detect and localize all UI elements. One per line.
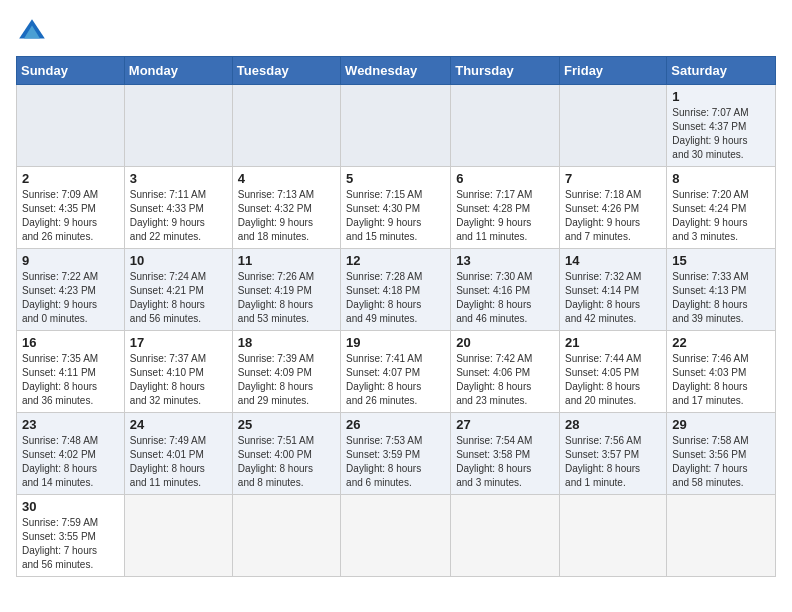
calendar-cell-2-5: 14Sunrise: 7:32 AMSunset: 4:14 PMDayligh… xyxy=(560,249,667,331)
header-friday: Friday xyxy=(560,57,667,85)
day-info: Sunrise: 7:33 AMSunset: 4:13 PMDaylight:… xyxy=(672,270,770,326)
day-info: Sunrise: 7:15 AMSunset: 4:30 PMDaylight:… xyxy=(346,188,445,244)
day-info: Sunrise: 7:41 AMSunset: 4:07 PMDaylight:… xyxy=(346,352,445,408)
day-info: Sunrise: 7:22 AMSunset: 4:23 PMDaylight:… xyxy=(22,270,119,326)
day-number: 12 xyxy=(346,253,445,268)
header-tuesday: Tuesday xyxy=(232,57,340,85)
day-number: 21 xyxy=(565,335,661,350)
day-number: 9 xyxy=(22,253,119,268)
day-number: 15 xyxy=(672,253,770,268)
day-info: Sunrise: 7:51 AMSunset: 4:00 PMDaylight:… xyxy=(238,434,335,490)
day-number: 18 xyxy=(238,335,335,350)
calendar-week-5: 30Sunrise: 7:59 AMSunset: 3:55 PMDayligh… xyxy=(17,495,776,577)
header-saturday: Saturday xyxy=(667,57,776,85)
day-number: 5 xyxy=(346,171,445,186)
calendar-cell-0-6: 1Sunrise: 7:07 AMSunset: 4:37 PMDaylight… xyxy=(667,85,776,167)
day-number: 16 xyxy=(22,335,119,350)
calendar-cell-5-5 xyxy=(560,495,667,577)
calendar-cell-5-4 xyxy=(451,495,560,577)
day-info: Sunrise: 7:17 AMSunset: 4:28 PMDaylight:… xyxy=(456,188,554,244)
calendar-cell-1-0: 2Sunrise: 7:09 AMSunset: 4:35 PMDaylight… xyxy=(17,167,125,249)
calendar-cell-5-2 xyxy=(232,495,340,577)
day-info: Sunrise: 7:09 AMSunset: 4:35 PMDaylight:… xyxy=(22,188,119,244)
calendar-cell-1-1: 3Sunrise: 7:11 AMSunset: 4:33 PMDaylight… xyxy=(124,167,232,249)
day-number: 10 xyxy=(130,253,227,268)
day-number: 28 xyxy=(565,417,661,432)
day-info: Sunrise: 7:56 AMSunset: 3:57 PMDaylight:… xyxy=(565,434,661,490)
calendar-cell-0-4 xyxy=(451,85,560,167)
calendar-cell-4-3: 26Sunrise: 7:53 AMSunset: 3:59 PMDayligh… xyxy=(341,413,451,495)
day-number: 22 xyxy=(672,335,770,350)
day-number: 1 xyxy=(672,89,770,104)
day-info: Sunrise: 7:32 AMSunset: 4:14 PMDaylight:… xyxy=(565,270,661,326)
calendar-week-3: 16Sunrise: 7:35 AMSunset: 4:11 PMDayligh… xyxy=(17,331,776,413)
day-info: Sunrise: 7:20 AMSunset: 4:24 PMDaylight:… xyxy=(672,188,770,244)
day-info: Sunrise: 7:26 AMSunset: 4:19 PMDaylight:… xyxy=(238,270,335,326)
day-number: 8 xyxy=(672,171,770,186)
day-info: Sunrise: 7:07 AMSunset: 4:37 PMDaylight:… xyxy=(672,106,770,162)
calendar-cell-4-6: 29Sunrise: 7:58 AMSunset: 3:56 PMDayligh… xyxy=(667,413,776,495)
calendar-week-0: 1Sunrise: 7:07 AMSunset: 4:37 PMDaylight… xyxy=(17,85,776,167)
day-number: 4 xyxy=(238,171,335,186)
day-number: 6 xyxy=(456,171,554,186)
calendar-cell-3-1: 17Sunrise: 7:37 AMSunset: 4:10 PMDayligh… xyxy=(124,331,232,413)
calendar-cell-2-6: 15Sunrise: 7:33 AMSunset: 4:13 PMDayligh… xyxy=(667,249,776,331)
calendar-cell-5-1 xyxy=(124,495,232,577)
calendar-cell-1-2: 4Sunrise: 7:13 AMSunset: 4:32 PMDaylight… xyxy=(232,167,340,249)
day-info: Sunrise: 7:54 AMSunset: 3:58 PMDaylight:… xyxy=(456,434,554,490)
calendar-cell-5-6 xyxy=(667,495,776,577)
header-monday: Monday xyxy=(124,57,232,85)
logo xyxy=(16,16,52,48)
calendar-cell-2-4: 13Sunrise: 7:30 AMSunset: 4:16 PMDayligh… xyxy=(451,249,560,331)
calendar-header-row: SundayMondayTuesdayWednesdayThursdayFrid… xyxy=(17,57,776,85)
day-info: Sunrise: 7:53 AMSunset: 3:59 PMDaylight:… xyxy=(346,434,445,490)
day-info: Sunrise: 7:46 AMSunset: 4:03 PMDaylight:… xyxy=(672,352,770,408)
day-info: Sunrise: 7:37 AMSunset: 4:10 PMDaylight:… xyxy=(130,352,227,408)
day-number: 25 xyxy=(238,417,335,432)
day-info: Sunrise: 7:30 AMSunset: 4:16 PMDaylight:… xyxy=(456,270,554,326)
page-header xyxy=(16,16,776,48)
calendar-cell-0-1 xyxy=(124,85,232,167)
calendar-week-1: 2Sunrise: 7:09 AMSunset: 4:35 PMDaylight… xyxy=(17,167,776,249)
calendar-cell-4-4: 27Sunrise: 7:54 AMSunset: 3:58 PMDayligh… xyxy=(451,413,560,495)
day-info: Sunrise: 7:49 AMSunset: 4:01 PMDaylight:… xyxy=(130,434,227,490)
calendar-week-4: 23Sunrise: 7:48 AMSunset: 4:02 PMDayligh… xyxy=(17,413,776,495)
day-number: 23 xyxy=(22,417,119,432)
calendar-cell-2-0: 9Sunrise: 7:22 AMSunset: 4:23 PMDaylight… xyxy=(17,249,125,331)
calendar-cell-0-3 xyxy=(341,85,451,167)
calendar-cell-1-6: 8Sunrise: 7:20 AMSunset: 4:24 PMDaylight… xyxy=(667,167,776,249)
day-info: Sunrise: 7:58 AMSunset: 3:56 PMDaylight:… xyxy=(672,434,770,490)
calendar-cell-3-3: 19Sunrise: 7:41 AMSunset: 4:07 PMDayligh… xyxy=(341,331,451,413)
day-number: 26 xyxy=(346,417,445,432)
calendar-cell-1-3: 5Sunrise: 7:15 AMSunset: 4:30 PMDaylight… xyxy=(341,167,451,249)
day-number: 3 xyxy=(130,171,227,186)
calendar-cell-0-0 xyxy=(17,85,125,167)
day-number: 19 xyxy=(346,335,445,350)
day-info: Sunrise: 7:28 AMSunset: 4:18 PMDaylight:… xyxy=(346,270,445,326)
calendar-cell-2-2: 11Sunrise: 7:26 AMSunset: 4:19 PMDayligh… xyxy=(232,249,340,331)
calendar-cell-0-5 xyxy=(560,85,667,167)
calendar-cell-3-0: 16Sunrise: 7:35 AMSunset: 4:11 PMDayligh… xyxy=(17,331,125,413)
calendar-cell-4-2: 25Sunrise: 7:51 AMSunset: 4:00 PMDayligh… xyxy=(232,413,340,495)
day-number: 29 xyxy=(672,417,770,432)
calendar-cell-3-2: 18Sunrise: 7:39 AMSunset: 4:09 PMDayligh… xyxy=(232,331,340,413)
day-number: 7 xyxy=(565,171,661,186)
calendar-cell-5-0: 30Sunrise: 7:59 AMSunset: 3:55 PMDayligh… xyxy=(17,495,125,577)
calendar: SundayMondayTuesdayWednesdayThursdayFrid… xyxy=(16,56,776,577)
calendar-cell-3-4: 20Sunrise: 7:42 AMSunset: 4:06 PMDayligh… xyxy=(451,331,560,413)
day-number: 30 xyxy=(22,499,119,514)
logo-icon xyxy=(16,16,48,48)
calendar-cell-2-1: 10Sunrise: 7:24 AMSunset: 4:21 PMDayligh… xyxy=(124,249,232,331)
calendar-cell-4-0: 23Sunrise: 7:48 AMSunset: 4:02 PMDayligh… xyxy=(17,413,125,495)
header-wednesday: Wednesday xyxy=(341,57,451,85)
day-info: Sunrise: 7:44 AMSunset: 4:05 PMDaylight:… xyxy=(565,352,661,408)
day-info: Sunrise: 7:18 AMSunset: 4:26 PMDaylight:… xyxy=(565,188,661,244)
calendar-cell-3-5: 21Sunrise: 7:44 AMSunset: 4:05 PMDayligh… xyxy=(560,331,667,413)
day-info: Sunrise: 7:39 AMSunset: 4:09 PMDaylight:… xyxy=(238,352,335,408)
day-info: Sunrise: 7:11 AMSunset: 4:33 PMDaylight:… xyxy=(130,188,227,244)
day-number: 24 xyxy=(130,417,227,432)
day-number: 27 xyxy=(456,417,554,432)
calendar-cell-4-1: 24Sunrise: 7:49 AMSunset: 4:01 PMDayligh… xyxy=(124,413,232,495)
day-number: 11 xyxy=(238,253,335,268)
day-info: Sunrise: 7:13 AMSunset: 4:32 PMDaylight:… xyxy=(238,188,335,244)
